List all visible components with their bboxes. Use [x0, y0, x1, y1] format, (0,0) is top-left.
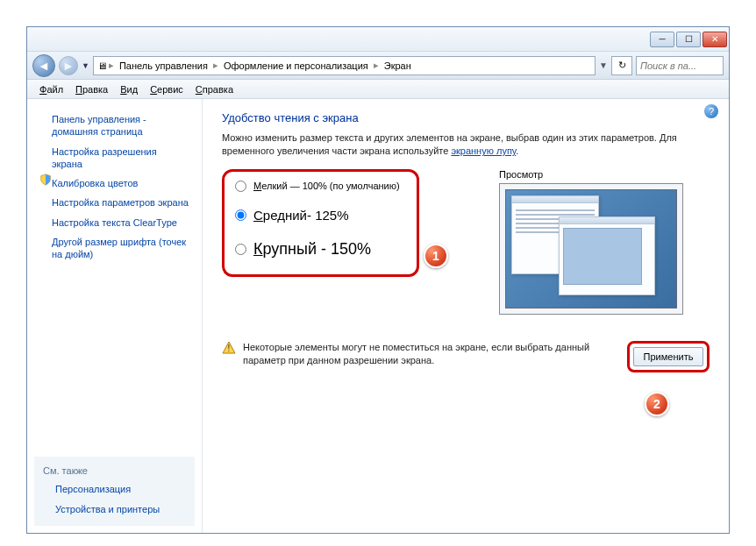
annotation-badge-2: 2	[645, 392, 669, 416]
crumb-mid[interactable]: Оформление и персонализация	[220, 59, 372, 73]
shield-icon	[39, 174, 52, 186]
sidebar-params[interactable]: Настройка параметров экрана	[34, 193, 195, 212]
page-title: Удобство чтения с экрана	[222, 111, 710, 124]
minimize-button[interactable]: ─	[650, 32, 674, 47]
scaling-options: Мелкий — 100% (по умолчанию) Средний- 12…	[222, 169, 419, 277]
warning-icon: !	[222, 341, 236, 355]
sidebar-devices[interactable]: Устройства и принтеры	[38, 500, 191, 519]
sidebar: Панель управления - домашняя страница На…	[27, 99, 203, 533]
sidebar-home[interactable]: Панель управления - домашняя страница	[34, 110, 195, 142]
sidebar-resolution[interactable]: Настройка разрешения экрана	[34, 142, 195, 174]
breadcrumb: 🖥 ▸ Панель управления ▸ Оформление и пер…	[93, 56, 596, 75]
window: ─ ☐ ✕ ◄ ► ▼ 🖥 ▸ Панель управления ▸ Офор…	[26, 26, 730, 534]
magnifier-link[interactable]: экранную лупу	[451, 145, 516, 156]
back-button[interactable]: ◄	[32, 54, 55, 77]
svg-text:!: !	[228, 344, 231, 353]
chevron-down-icon[interactable]: ▼	[82, 61, 89, 70]
menu-help[interactable]: Справка	[190, 82, 239, 96]
radio-small[interactable]	[235, 181, 246, 192]
radio-medium[interactable]	[235, 209, 246, 221]
option-small[interactable]: Мелкий — 100% (по умолчанию)	[235, 181, 406, 192]
sidebar-personalization[interactable]: Персонализация	[38, 479, 191, 499]
crumb-leaf[interactable]: Экран	[381, 59, 415, 73]
main-content: ? Удобство чтения с экрана Можно изменит…	[203, 99, 729, 533]
preview-frame	[499, 183, 683, 315]
title-bar: ─ ☐ ✕	[27, 27, 729, 52]
apply-highlight: Применить	[627, 341, 710, 372]
page-description: Можно изменить размер текста и других эл…	[222, 131, 710, 159]
help-icon[interactable]: ?	[704, 104, 718, 118]
maximize-button[interactable]: ☐	[676, 32, 701, 47]
sidebar-calibration[interactable]: Калибровка цветов	[34, 174, 195, 193]
sidebar-cleartype[interactable]: Настройка текста ClearType	[34, 213, 195, 232]
monitor-icon: 🖥	[97, 60, 107, 71]
option-medium[interactable]: Средний- 125%	[235, 192, 406, 231]
close-button[interactable]: ✕	[703, 32, 727, 47]
preview: Просмотр	[499, 169, 701, 315]
sidebar-dpi[interactable]: Другой размер шрифта (точек на дюйм)	[34, 232, 195, 265]
menu-edit[interactable]: Правка	[70, 82, 113, 96]
crumb-root[interactable]: Панель управления	[116, 59, 211, 73]
forward-button[interactable]: ►	[59, 56, 78, 75]
see-also: См. также Персонализация Устройства и пр…	[34, 457, 195, 526]
warning-text: Некоторые элементы могут не поместиться …	[243, 341, 620, 368]
preview-label: Просмотр	[499, 169, 701, 180]
address-bar: ◄ ► ▼ 🖥 ▸ Панель управления ▸ Оформление…	[27, 52, 729, 80]
see-also-header: См. также	[38, 464, 191, 479]
option-large[interactable]: Крупный - 150%	[235, 231, 406, 259]
menu-file[interactable]: Файл	[34, 82, 68, 96]
menubar: Файл Правка Вид Сервис Справка	[27, 80, 729, 99]
refresh-button[interactable]: ↻	[611, 56, 632, 75]
warning-row: ! Некоторые элементы могут не поместитьс…	[222, 341, 710, 372]
menu-tools[interactable]: Сервис	[145, 82, 189, 96]
search-input[interactable]	[636, 56, 724, 75]
apply-button[interactable]: Применить	[633, 347, 703, 366]
menu-view[interactable]: Вид	[115, 82, 143, 96]
annotation-badge-1: 1	[424, 244, 448, 268]
radio-large[interactable]	[235, 244, 246, 255]
